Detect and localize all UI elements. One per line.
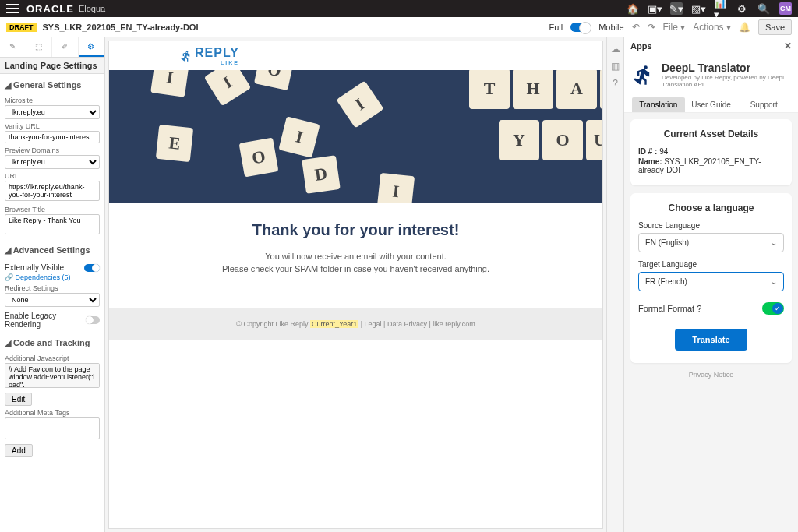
logo: REPLYLIKE (109, 41, 602, 70)
redo-icon[interactable]: ↷ (648, 22, 655, 33)
target-language-label: Target Language (638, 260, 784, 269)
meta-textarea[interactable] (5, 417, 100, 439)
privacy-link[interactable]: Privacy Notice (630, 371, 792, 379)
image-icon[interactable]: ▨▾ (692, 2, 704, 15)
asset-name: SYS_LKR_202105_EN_TY-already-DOI (43, 23, 549, 32)
undo-icon[interactable]: ↶ (632, 22, 640, 33)
cloud-icon[interactable]: ☁ (610, 44, 621, 55)
externally-visible-label: Externally Visible (5, 263, 64, 272)
chevron-down-icon: ⌄ (771, 277, 777, 286)
brand-label: ORACLE (26, 3, 74, 15)
stats-icon[interactable]: ▥ (610, 61, 621, 72)
page-footer: © Copyright Like Reply Current_Year1 | L… (109, 308, 602, 340)
preview-label: Preview Domains (5, 146, 100, 154)
legacy-label: Enable Legacy Rendering (5, 312, 86, 329)
compose-icon[interactable]: ✎▾ (670, 2, 683, 15)
settings-panel: ✎ ⬚ ✐ ⚙ Landing Page Settings ◢ General … (0, 37, 105, 532)
translate-button[interactable]: Translate (675, 329, 747, 351)
redirect-label: Redirect Settings (5, 284, 100, 292)
chevron-down-icon: ⌄ (771, 238, 777, 247)
dock-strip: ☁ ▥ ? (606, 37, 623, 532)
url-field[interactable]: https://lkr.reply.eu/thank-you-for-your-… (5, 181, 100, 201)
browser-title-input[interactable]: Like Reply - Thank You (5, 214, 100, 234)
vanity-input[interactable] (5, 131, 100, 143)
tab-code-icon[interactable]: ✐ (52, 37, 79, 57)
meta-label: Additional Meta Tags (5, 409, 100, 417)
url-label: URL (5, 172, 100, 180)
microsite-select[interactable]: lkr.reply.eu (5, 105, 100, 119)
menu-icon[interactable] (6, 4, 19, 13)
gear-icon[interactable]: ⚙ (736, 2, 748, 15)
vanity-label: Vanity URL (5, 122, 100, 130)
edit-button[interactable]: Edit (5, 393, 32, 406)
app-subtitle: Developed by Like Reply, powered by Deep… (662, 74, 790, 88)
dependencies-link[interactable]: 🔗 Dependencies (5) (5, 273, 100, 281)
tab-style-icon[interactable]: ✎ (0, 37, 26, 57)
externally-visible-toggle[interactable] (84, 264, 100, 272)
addjs-textarea[interactable]: // Add Favicon to the page window.addEve… (5, 363, 100, 388)
source-language-select[interactable]: EN (English)⌄ (638, 233, 784, 252)
avatar[interactable]: CM (779, 2, 792, 15)
search-icon[interactable]: 🔍 (757, 2, 770, 15)
tab-user-guide[interactable]: User Guide (685, 97, 738, 112)
addjs-label: Additional Javascript (5, 354, 100, 362)
mobile-label: Mobile (598, 23, 623, 32)
apps-panel: Apps ✕ DeepL Translator Developed by Lik… (623, 37, 798, 532)
runner-icon (179, 50, 192, 62)
app-title: DeepL Translator (662, 62, 790, 74)
home-icon[interactable]: 🏠 (627, 2, 639, 15)
tab-support[interactable]: Support (737, 97, 790, 112)
legacy-toggle[interactable] (86, 316, 100, 324)
redirect-select[interactable]: None (5, 293, 100, 307)
page-p1: You will now receive an email with your … (118, 252, 593, 261)
preview-select[interactable]: lkr.reply.eu (5, 155, 100, 169)
save-button[interactable]: Save (758, 19, 792, 35)
draft-badge: DRAFT (6, 23, 37, 32)
app-logo-icon (632, 62, 654, 90)
grid-icon[interactable]: ▣▾ (648, 2, 661, 15)
help-icon[interactable]: ? (610, 78, 621, 89)
product-label: Eloqua (79, 4, 105, 13)
formal-toggle[interactable] (762, 302, 784, 315)
chart-icon[interactable]: 📊▾ (714, 2, 726, 15)
top-bar: ORACLE Eloqua 🏠 ▣▾ ✎▾ ▨▾ 📊▾ ⚙ 🔍 CM (0, 0, 798, 17)
add-button[interactable]: Add (5, 444, 33, 457)
advanced-settings-head[interactable]: ◢ Advanced Settings (5, 242, 100, 259)
file-menu[interactable]: File ▾ (663, 22, 686, 33)
full-label: Full (549, 23, 563, 32)
asset-id: 94 (659, 147, 668, 156)
tab-settings-icon[interactable]: ⚙ (79, 37, 105, 57)
general-settings-head[interactable]: ◢ General Settings (5, 77, 100, 93)
target-language-select[interactable]: FR (French)⌄ (638, 272, 784, 291)
page-p2: Please check your SPAM folder in case yo… (118, 264, 593, 273)
panel-title: Landing Page Settings (0, 58, 104, 74)
asset-bar: DRAFT SYS_LKR_202105_EN_TY-already-DOI F… (0, 17, 798, 37)
hero-image: I I O E O I D I I T H A N Y O U (109, 70, 602, 203)
apps-panel-title: Apps (630, 41, 652, 51)
device-toggle[interactable] (570, 23, 591, 32)
browser-title-label: Browser Title (5, 206, 100, 213)
source-language-label: Source Language (638, 221, 784, 230)
tab-translation[interactable]: Translation (632, 97, 685, 112)
microsite-label: Microsite (5, 97, 100, 104)
actions-menu[interactable]: Actions ▾ (693, 22, 731, 33)
asset-details-title: Current Asset Details (638, 129, 784, 139)
page-canvas: REPLYLIKE I I O E O I D I I T H A N Y O … (108, 41, 603, 529)
code-tracking-head[interactable]: ◢ Code and Tracking (5, 335, 100, 351)
formal-label: Formal Format ? (638, 304, 701, 313)
choose-language-title: Choose a language (638, 203, 784, 213)
tab-block-icon[interactable]: ⬚ (26, 37, 53, 57)
bell-icon[interactable]: 🔔 (739, 22, 750, 33)
close-icon[interactable]: ✕ (784, 41, 792, 51)
page-headline: Thank you for your interest! (118, 221, 593, 239)
